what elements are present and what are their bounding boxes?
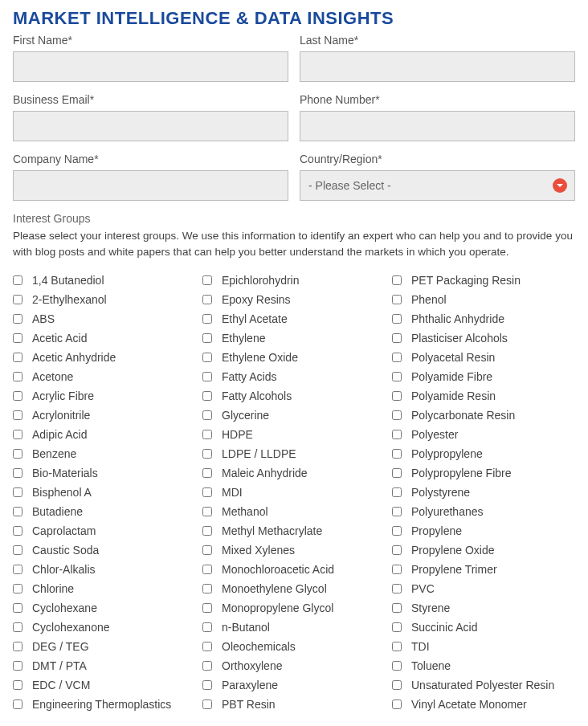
checkbox-item[interactable]: Bio-Materials [13,467,196,479]
checkbox-item[interactable]: Vinyl Acetate Monomer [392,698,575,711]
interest-checkbox[interactable] [392,661,402,671]
checkbox-item[interactable]: Bisphenol A [13,486,196,499]
checkbox-item[interactable]: Mixed Xylenes [202,544,386,557]
checkbox-item[interactable]: DEG / TEG [13,640,196,653]
checkbox-item[interactable]: Cyclohexanone [13,621,196,634]
checkbox-item[interactable]: Maleic Anhydride [202,467,386,479]
checkbox-item[interactable]: Propylene Oxide [392,544,575,557]
checkbox-item[interactable]: Polypropylene [392,447,575,460]
interest-checkbox[interactable] [202,353,212,362]
interest-checkbox[interactable] [202,295,212,304]
checkbox-item[interactable]: TDI [392,640,575,653]
interest-checkbox[interactable] [392,622,402,632]
interest-checkbox[interactable] [13,410,22,420]
interest-checkbox[interactable] [13,468,22,478]
interest-checkbox[interactable] [13,314,22,324]
checkbox-item[interactable]: Adipic Acid [13,428,196,441]
checkbox-item[interactable]: Polystyrene [392,486,575,499]
checkbox-item[interactable]: PBT Resin [202,698,386,711]
interest-checkbox[interactable] [202,526,212,536]
checkbox-item[interactable]: Fatty Acids [202,370,386,383]
checkbox-item[interactable]: Polyacetal Resin [392,351,575,364]
interest-checkbox[interactable] [392,275,402,285]
interest-checkbox[interactable] [202,507,212,516]
checkbox-item[interactable]: Methanol [202,505,386,518]
checkbox-item[interactable]: Acrylonitrile [13,409,196,422]
interest-checkbox[interactable] [13,584,22,593]
interest-checkbox[interactable] [202,584,212,593]
checkbox-item[interactable]: Acetic Anhydride [13,351,196,364]
interest-checkbox[interactable] [392,565,402,574]
interest-checkbox[interactable] [202,661,212,671]
interest-checkbox[interactable] [13,507,22,516]
checkbox-item[interactable]: Acetone [13,370,196,383]
interest-checkbox[interactable] [392,545,402,555]
checkbox-item[interactable]: Fatty Alcohols [202,390,386,402]
interest-checkbox[interactable] [392,391,402,401]
interest-checkbox[interactable] [392,353,402,362]
checkbox-item[interactable]: Succinic Acid [392,621,575,634]
checkbox-item[interactable]: Orthoxylene [202,659,386,672]
checkbox-item[interactable]: HDPE [202,428,386,441]
interest-checkbox[interactable] [13,699,22,709]
checkbox-item[interactable]: Ethyl Acetate [202,312,386,325]
interest-checkbox[interactable] [13,526,22,536]
checkbox-item[interactable]: Polyurethanes [392,505,575,518]
interest-checkbox[interactable] [392,314,402,324]
checkbox-item[interactable]: 1,4 Butanediol [13,274,196,287]
interest-checkbox[interactable] [202,545,212,555]
interest-checkbox[interactable] [13,487,22,497]
checkbox-item[interactable]: n-Butanol [202,621,386,634]
checkbox-item[interactable]: Plasticiser Alcohols [392,332,575,345]
interest-checkbox[interactable] [13,430,22,439]
interest-checkbox[interactable] [202,391,212,401]
interest-checkbox[interactable] [202,372,212,381]
last-name-input[interactable] [300,51,575,82]
checkbox-item[interactable]: Polyamide Resin [392,390,575,402]
interest-checkbox[interactable] [392,526,402,536]
interest-checkbox[interactable] [202,333,212,343]
interest-checkbox[interactable] [13,642,22,651]
phone-input[interactable] [300,111,575,141]
checkbox-item[interactable]: Toluene [392,659,575,672]
interest-checkbox[interactable] [202,680,212,690]
checkbox-item[interactable]: Propylene Trimer [392,563,575,576]
checkbox-item[interactable]: Acrylic Fibre [13,390,196,402]
interest-checkbox[interactable] [202,314,212,324]
interest-checkbox[interactable] [392,410,402,420]
interest-checkbox[interactable] [202,430,212,439]
checkbox-item[interactable]: Monopropylene Glycol [202,602,386,614]
checkbox-item[interactable]: LDPE / LLDPE [202,447,386,460]
interest-checkbox[interactable] [13,333,22,343]
interest-checkbox[interactable] [13,275,22,285]
checkbox-item[interactable]: Epichlorohydrin [202,274,386,287]
checkbox-item[interactable]: Oleochemicals [202,640,386,653]
interest-checkbox[interactable] [392,468,402,478]
checkbox-item[interactable]: Caprolactam [13,524,196,537]
interest-checkbox[interactable] [202,699,212,709]
checkbox-item[interactable]: Epoxy Resins [202,293,386,306]
checkbox-item[interactable]: Engineering Thermoplastics [13,698,196,711]
checkbox-item[interactable]: PET Packaging Resin [392,274,575,287]
checkbox-item[interactable]: Phenol [392,293,575,306]
company-input[interactable] [13,170,288,201]
checkbox-item[interactable]: Chlorine [13,582,196,595]
interest-checkbox[interactable] [392,680,402,690]
interest-checkbox[interactable] [202,468,212,478]
checkbox-item[interactable]: MDI [202,486,386,499]
interest-checkbox[interactable] [13,449,22,459]
interest-checkbox[interactable] [392,603,402,613]
interest-checkbox[interactable] [13,295,22,304]
checkbox-item[interactable]: Methyl Methacrylate [202,524,386,537]
interest-checkbox[interactable] [13,372,22,381]
interest-checkbox[interactable] [13,622,22,632]
checkbox-item[interactable]: Polyester [392,428,575,441]
interest-checkbox[interactable] [392,507,402,516]
checkbox-item[interactable]: Ethylene [202,332,386,345]
checkbox-item[interactable]: Styrene [392,602,575,614]
business-email-input[interactable] [13,111,288,141]
checkbox-item[interactable]: Polyamide Fibre [392,370,575,383]
checkbox-item[interactable]: Propylene [392,524,575,537]
checkbox-item[interactable]: Caustic Soda [13,544,196,557]
checkbox-item[interactable]: Phthalic Anhydride [392,312,575,325]
